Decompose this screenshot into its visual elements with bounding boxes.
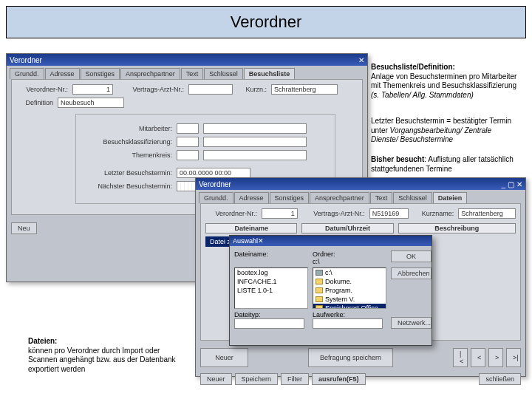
lbl-laufwerke: Laufwerke: [313,311,345,318]
neu-button-2b[interactable]: Neuer [200,373,232,385]
folder-item[interactable]: System V. [313,295,386,304]
button-bar-2-top: Neuer Befragung speichern |< < > >| [196,345,525,370]
lbl-dateityp: Dateityp: [234,311,261,318]
tab2-grundd[interactable]: Grundd. [199,192,233,203]
label-themenkreis: Themenkreis: [83,151,172,159]
maximize-icon[interactable]: ▢ [508,180,514,188]
field2-kurzname[interactable]: Schrattenberg [458,208,516,219]
folder-item[interactable]: Dokume. [313,277,386,286]
field-klass[interactable] [177,137,199,147]
dlg-titlebar[interactable]: Auswahl ✕ [230,236,432,246]
tab-grundd[interactable]: Grundd. [10,68,44,79]
val-ordner: c:\ [313,258,320,265]
annotation-letzter-termin: Letzter Besuchstermin = bestätigter Term… [371,117,519,145]
col-dateiname: Dateiname [205,223,297,233]
label-vertrags-arzt: Vertrags-Arzt-Nr.: [117,86,184,93]
field-definition[interactable]: Neubesuch [58,98,124,108]
speichern-button-2[interactable]: Speichern [235,373,279,385]
label-definition: Definition [16,99,53,106]
dlg-title: Auswahl [233,237,258,245]
tab-schluessel[interactable]: Schlüssel [204,68,243,79]
field-themenkreis[interactable] [177,150,199,160]
title-text: Verordner [10,56,42,64]
field-verordner-nr[interactable]: 1 [72,84,113,95]
button-bar-2-bottom: Neuer Speichern Filter ausrufen(F5) schl… [196,370,525,388]
field-laufwerke[interactable] [313,318,383,329]
annotation-bisher-besucht: Bisher besucht: Auflistung aller tatsäch… [371,155,519,174]
field2-vertrags-arzt[interactable]: N519169 [369,208,409,219]
close-icon[interactable]: ✕ [358,56,364,64]
tab-strip: Grundd. Adresse Sonstiges Ansprechpartne… [7,66,367,79]
file-item[interactable]: bootex.log [235,268,307,277]
file-item[interactable]: INFCACHE.1 [235,277,307,286]
label-verordner-nr: Verordner-Nr.: [16,86,68,93]
tab-strip-2: Grundd. Adresse Sonstiges Ansprechpartne… [196,190,525,203]
lbl-dateiname: Dateiname: [234,250,308,265]
field2-verordner-nr[interactable]: 1 [262,208,298,219]
tab-ansprechpartner[interactable]: Ansprechpartner [120,68,180,79]
tab2-ansprechpartner[interactable]: Ansprechpartner [310,192,369,203]
label2-kurzname: Kurzname: [413,210,454,217]
folder-listbox[interactable]: c:\ Dokume. Program. System V. Speichero… [313,267,386,309]
nav-prev-button[interactable]: < [471,348,485,367]
folder-icon [316,305,323,309]
tab-adresse[interactable]: Adresse [45,68,80,79]
neu-button[interactable]: Neu [11,222,37,234]
dlg-close-icon[interactable]: ✕ [258,237,264,245]
folder-item[interactable]: Program. [313,286,386,295]
field-mitarbeiter[interactable] [177,123,199,134]
label2-verordner-nr: Verordner-Nr.: [205,210,257,217]
title-text-2: Verordner [199,180,231,188]
tab-text[interactable]: Text [181,68,204,79]
field-letzter-termin[interactable]: 00.00.0000 00:00 [177,168,250,178]
folder-icon [316,296,323,302]
neu-button-2[interactable]: Neuer [200,348,248,367]
folder-item[interactable]: c:\ [313,268,386,277]
folder-item-selected[interactable]: Speicherort Office [313,304,386,309]
field-vertrags-arzt[interactable] [188,84,233,95]
file-listbox[interactable]: bootex.log INFCACHE.1 LISTE 1.0-1 [234,267,308,309]
col-datum: Datum/Uhrzeit [301,223,393,233]
field-dateityp[interactable] [234,318,304,329]
refresh-button[interactable]: Befragung speichern [308,348,393,367]
ausrufen-button-2[interactable]: ausrufen(F5) [312,373,366,385]
annotation-besuchsliste: Besuchsliste/Definition: Anlage von Besu… [371,63,519,100]
lbl-ordner: Ordner: [313,250,335,258]
titlebar[interactable]: Verordner ✕ [7,54,367,66]
field-klass-name[interactable] [203,137,307,147]
label2-vertrags-arzt: Vertrags-Arzt-Nr.: [302,210,365,217]
netzwerk-button[interactable]: Netzwerk... [391,317,432,329]
file-item[interactable]: LISTE 1.0-1 [235,286,307,295]
filter-button-2[interactable]: Filter [281,373,309,385]
folder-icon [316,287,323,293]
nav-first-button[interactable]: |< [453,348,468,367]
drive-icon [316,270,323,276]
tab2-adresse[interactable]: Adresse [234,192,269,203]
tab2-text[interactable]: Text [370,192,393,203]
tab-sonstiges[interactable]: Sonstiges [81,68,120,79]
col-beschreibung: Beschreibung [398,223,516,233]
tab2-sonstiges[interactable]: Sonstiges [270,192,310,203]
field-themenkreis-name[interactable] [203,150,307,160]
annotation-dateien: Dateien: können pro Verordner durch Impo… [28,337,187,374]
schliessen-button[interactable]: schließen [479,373,521,385]
ok-button[interactable]: OK [391,250,432,262]
tab2-schluessel[interactable]: Schlüssel [393,192,432,203]
folder-icon [316,279,323,284]
nav-next-button[interactable]: > [488,348,503,367]
label-kurzname: Kurzn.: [237,86,267,93]
titlebar-2[interactable]: Verordner _ ▢ ✕ [196,178,525,190]
close-icon-2[interactable]: ✕ [516,180,522,188]
file-dialog: Auswahl ✕ Dateiname: Ordner: c:\ OK boot… [229,235,432,346]
abbrechen-button[interactable]: Abbrechen [391,267,432,279]
tab-besuchsliste[interactable]: Besuchsliste [244,68,296,79]
label-letzter-termin: Letzter Besuchstermin: [83,169,172,177]
nav-last-button[interactable]: >| [506,348,521,367]
field-kurzname[interactable]: Schrattenberg [271,84,338,95]
label-naechster-termin: Nächster Besuchstermin: [83,183,172,190]
label-mitarbeiter: Mitarbeiter: [83,125,172,132]
minimize-icon[interactable]: _ [501,180,505,188]
tab2-dateien[interactable]: Dateien [433,192,468,203]
field-mitarbeiter-name[interactable] [203,123,307,134]
label-klassifizierung: Besuchsklassifizierung: [83,138,172,146]
